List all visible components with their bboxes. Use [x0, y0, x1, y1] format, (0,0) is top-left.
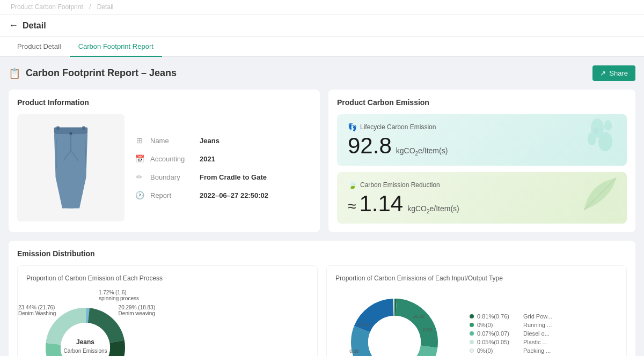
reduction-label: 🍃 Carbon Emission Reduction — [348, 181, 616, 189]
pie2-svg: 16.32 0.00 26.32 16.09 0.29 0.88 20.34 — [335, 288, 453, 356]
lifecycle-label: 👣 Lifecycle Carbon Emission — [348, 123, 616, 131]
chart-io: Proportion of Carbon Emissions of Each I… — [326, 265, 627, 356]
leaf-bg-icon — [579, 173, 621, 223]
svg-text:0.88: 0.88 — [349, 348, 359, 354]
emission-card: Product Carbon Emission 👣 Lifecycle Carb… — [328, 90, 635, 232]
approx-symbol: ≈ — [348, 198, 356, 215]
legend-list: 0.81%(0.76) Grid Pow... 0%(0) Running ..… — [470, 313, 552, 356]
page-content: 📋 Carbon Footprint Report – Jeans ↗ Shar… — [0, 57, 644, 356]
svg-point-7 — [598, 132, 612, 151]
footprint-bg-icon — [579, 115, 621, 165]
product-fields: ⊞ Name Jeans 📅 Accounting 2021 ✏ Boundar… — [135, 114, 268, 221]
legend-item-4: 0.05%(0.05) Plastic ... — [470, 339, 552, 345]
report-header: 📋 Carbon Footprint Report – Jeans ↗ Shar… — [9, 65, 635, 81]
svg-point-8 — [594, 128, 598, 134]
name-icon: ⊞ — [135, 136, 144, 145]
report-title: 📋 Carbon Footprint Report – Jeans — [9, 68, 177, 79]
legend-item-1: 0.81%(0.76) Grid Pow... — [470, 313, 552, 320]
tabs-bar: Product Detail Carbon Footprint Report — [0, 37, 644, 57]
emission-sub-cards: 👣 Lifecycle Carbon Emission 92.8 kgCO2e/… — [337, 114, 627, 224]
distribution-title: Emission Distribution — [17, 249, 627, 258]
footprint-icon: 👣 — [348, 123, 357, 131]
share-icon: ↗ — [600, 69, 606, 77]
breadcrumb-root[interactable]: Product Carbon Footprint — [11, 3, 83, 11]
page-title: Detail — [23, 21, 46, 31]
report-icon: 📋 — [9, 68, 20, 79]
field-accounting: 📅 Accounting 2021 — [135, 154, 268, 163]
legend-name-3: Diesel o... — [523, 330, 550, 337]
product-info-card: Product Information — [9, 90, 320, 232]
legend-pct-2: 0%(0) — [477, 322, 520, 328]
legend-pct-3: 0.07%(0.07) — [477, 330, 520, 337]
boundary-value: From Cradle to Gate — [200, 173, 267, 181]
legend-dot-1 — [470, 314, 474, 318]
reduction-unit: kgCO2e/Item(s) — [407, 204, 459, 214]
svg-rect-1 — [56, 127, 59, 130]
field-boundary: ✏ Boundary From Cradle to Gate — [135, 173, 268, 181]
accounting-value: 2021 — [200, 155, 215, 163]
chart2-title: Proportion of Carbon Emissions of Each I… — [335, 275, 618, 282]
legend-name-1: Grid Pow... — [523, 313, 552, 320]
boundary-icon: ✏ — [135, 173, 144, 181]
name-label: Name — [150, 137, 193, 145]
legend-dot-4 — [470, 340, 474, 344]
lifecycle-value-row: 92.8 kgCO2e/Item(s) — [348, 135, 616, 157]
field-report: 🕐 Report 2022–06–27 22:50:02 — [135, 191, 268, 199]
pie1-wrapper: 1.72% (1.6) spinning process 20.29% (18.… — [26, 288, 144, 356]
report-label: Report — [150, 191, 193, 199]
legend-name-4: Plastic ... — [523, 339, 547, 345]
legend-pct-5: 0%(0) — [477, 347, 520, 354]
pie2-wrapper: 16.32 0.00 26.32 16.09 0.29 0.88 20.34 — [335, 288, 459, 356]
breadcrumb-current: Detail — [97, 3, 114, 11]
tab-carbon-footprint-report[interactable]: Carbon Footprint Report — [70, 37, 162, 57]
chart-process: Proportion of Carbon Emission of Each Pr… — [17, 265, 318, 356]
boundary-label: Boundary — [150, 173, 193, 181]
leaf-icon: 🍃 — [348, 181, 357, 189]
svg-point-5 — [604, 120, 612, 131]
svg-text:20.34: 20.34 — [359, 322, 371, 327]
product-image — [17, 114, 125, 221]
reduction-card: 🍃 Carbon Emission Reduction ≈ 1.14 kgCO2… — [337, 172, 627, 224]
product-info-body: ⊞ Name Jeans 📅 Accounting 2021 ✏ Boundar… — [17, 114, 311, 221]
page-header: ← Detail — [0, 14, 644, 37]
share-button[interactable]: ↗ Share — [592, 65, 635, 81]
legend-item-2: 0%(0) Running ... — [470, 322, 552, 328]
charts-row: Proportion of Carbon Emission of Each Pr… — [17, 265, 627, 356]
report-time-icon: 🕐 — [135, 191, 144, 199]
svg-text:Jeans: Jeans — [76, 338, 94, 346]
svg-point-6 — [588, 132, 596, 145]
legend-dot-2 — [470, 323, 474, 327]
legend-dot-5 — [470, 348, 474, 353]
label-spinning: 1.72% (1.6) spinning process — [99, 290, 139, 301]
back-button[interactable]: ← — [9, 20, 18, 31]
legend-dot-3 — [470, 331, 474, 336]
svg-text:16.32: 16.32 — [413, 314, 425, 319]
pie1-svg: Jeans Carbon Emissions — [42, 305, 128, 356]
report-title-text: Carbon Footprint Report – Jeans — [26, 68, 177, 79]
lifecycle-card: 👣 Lifecycle Carbon Emission 92.8 kgCO2e/… — [337, 114, 627, 166]
svg-text:Carbon Emissions: Carbon Emissions — [63, 348, 107, 354]
report-value: 2022–06–27 22:50:02 — [200, 191, 268, 199]
distribution-card: Emission Distribution Proportion of Carb… — [9, 241, 635, 356]
reduction-value-row: ≈ 1.14 kgCO2e/Item(s) — [348, 192, 616, 215]
product-info-title: Product Information — [17, 98, 311, 107]
lifecycle-value: 92.8 — [348, 135, 392, 157]
chart2-area: 16.32 0.00 26.32 16.09 0.29 0.88 20.34 — [335, 288, 618, 356]
breadcrumb: Product Carbon Footprint / Detail — [0, 0, 644, 14]
reduction-value: 1.14 — [359, 192, 403, 215]
top-row: Product Information — [9, 90, 635, 232]
field-name: ⊞ Name Jeans — [135, 136, 268, 145]
emission-title: Product Carbon Emission — [337, 98, 627, 107]
legend-name-2: Running ... — [523, 322, 552, 328]
legend-item-3: 0.07%(0.07) Diesel o... — [470, 330, 552, 337]
svg-point-3 — [69, 132, 72, 135]
legend-pct-4: 0.05%(0.05) — [477, 339, 520, 345]
name-value: Jeans — [200, 137, 219, 145]
breadcrumb-separator: / — [89, 3, 91, 11]
legend-pct-1: 0.81%(0.76) — [477, 313, 520, 320]
svg-text:0.00: 0.00 — [423, 327, 433, 332]
tab-product-detail[interactable]: Product Detail — [9, 37, 70, 57]
chart1-title: Proportion of Carbon Emission of Each Pr… — [26, 275, 309, 282]
chart1-area: 1.72% (1.6) spinning process 20.29% (18.… — [26, 288, 309, 356]
legend-name-5: Packing ... — [523, 347, 551, 354]
